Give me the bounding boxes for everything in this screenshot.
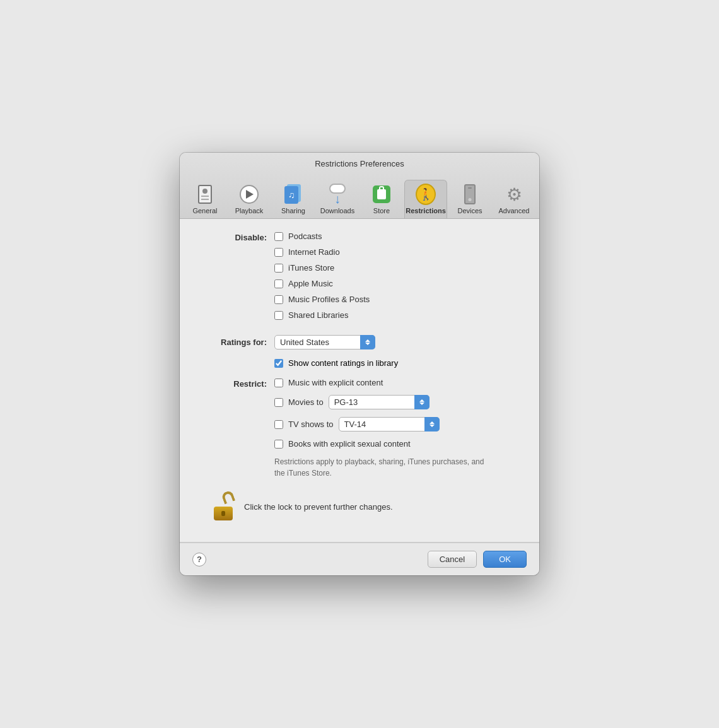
- label-shared-libraries[interactable]: Shared Libraries: [288, 310, 348, 320]
- checkbox-show-ratings[interactable]: [274, 359, 283, 368]
- downloads-icon: ↓: [327, 184, 348, 204]
- toolbar-item-store[interactable]: Store: [360, 180, 403, 218]
- checkbox-row-apple-music: Apple Music: [274, 279, 520, 288]
- restrict-note: Restrictions apply to playback, sharing,…: [274, 456, 489, 479]
- lock-text: Click the lock to prevent further change…: [244, 502, 393, 512]
- playback-icon: [239, 184, 259, 204]
- toolbar: General Playback ♫ Sha: [180, 175, 539, 218]
- toolbar-item-downloads[interactable]: ↓ Downloads: [316, 180, 359, 218]
- checkbox-books[interactable]: [274, 440, 283, 449]
- ratings-label: Ratings for:: [199, 338, 274, 347]
- help-button[interactable]: ?: [192, 553, 206, 567]
- disable-label: Disable:: [199, 232, 274, 242]
- checkbox-row-internet-radio: Internet Radio: [274, 247, 520, 257]
- checkbox-apple-music[interactable]: [274, 279, 283, 288]
- restrict-row-explicit-music: Music with explicit content: [274, 378, 520, 387]
- checkbox-row-music-profiles: Music Profiles & Posts: [274, 295, 520, 304]
- toolbar-label-advanced: Advanced: [499, 207, 530, 214]
- toolbar-label-general: General: [192, 207, 217, 214]
- toolbar-label-sharing: Sharing: [281, 207, 305, 214]
- disable-checkboxes: Podcasts Internet Radio iTunes Store App…: [274, 232, 520, 326]
- tv-rating-select[interactable]: TV-Y TV-Y7 TV-G TV-PG TV-14 TV-MA: [339, 417, 440, 432]
- label-apple-music[interactable]: Apple Music: [288, 279, 333, 288]
- movies-rating-select[interactable]: G PG PG-13 R NC-17: [329, 395, 430, 409]
- toolbar-label-restrictions: Restrictions: [406, 207, 446, 214]
- bottom-bar: ? Cancel OK: [180, 543, 539, 575]
- lock-icon: [211, 493, 237, 520]
- cancel-button[interactable]: Cancel: [428, 551, 477, 568]
- advanced-icon: ⚙: [504, 184, 524, 204]
- restrictions-icon: 🚶: [416, 184, 436, 204]
- restrict-row-tv: TV shows to TV-Y TV-Y7 TV-G TV-PG TV-14 …: [274, 417, 520, 432]
- checkbox-music-profiles[interactable]: [274, 295, 283, 304]
- checkbox-itunes-store[interactable]: [274, 264, 283, 273]
- window-title: Restrictions Preferences: [180, 159, 539, 168]
- toolbar-item-devices[interactable]: Devices: [448, 180, 491, 218]
- toolbar-item-advanced[interactable]: ⚙ Advanced: [493, 180, 535, 218]
- ratings-country-wrapper: United States Canada United Kingdom Aust…: [274, 335, 375, 349]
- ratings-country-select[interactable]: United States Canada United Kingdom Aust…: [274, 335, 375, 349]
- label-internet-radio[interactable]: Internet Radio: [288, 247, 340, 257]
- toolbar-item-sharing[interactable]: ♫ Sharing: [272, 180, 315, 218]
- restrict-row-movies: Movies to G PG PG-13 R NC-17: [274, 395, 520, 409]
- toolbar-label-devices: Devices: [457, 207, 482, 214]
- disable-section: Disable: Podcasts Internet Radio iTunes …: [199, 232, 520, 326]
- restrict-section: Restrict: Music with explicit content Mo…: [199, 378, 520, 479]
- label-itunes-store[interactable]: iTunes Store: [288, 263, 334, 273]
- label-podcasts[interactable]: Podcasts: [288, 232, 322, 241]
- toolbar-label-playback: Playback: [235, 207, 264, 214]
- label-books[interactable]: Books with explicit sexual content: [288, 439, 411, 449]
- general-icon: [195, 184, 215, 204]
- toolbar-item-general[interactable]: General: [184, 180, 226, 218]
- checkbox-shared-libraries[interactable]: [274, 311, 283, 320]
- label-tv-shows[interactable]: TV shows to: [288, 420, 334, 429]
- movies-rating-wrapper: G PG PG-13 R NC-17: [329, 395, 430, 409]
- toolbar-label-store: Store: [373, 207, 390, 214]
- bottom-buttons: Cancel OK: [428, 551, 527, 568]
- label-explicit-music[interactable]: Music with explicit content: [288, 378, 383, 387]
- checkbox-tv-shows[interactable]: [274, 420, 283, 429]
- lock-section[interactable]: Click the lock to prevent further change…: [199, 484, 520, 529]
- checkbox-row-itunes-store: iTunes Store: [274, 263, 520, 273]
- checkbox-row-shared-libraries: Shared Libraries: [274, 310, 520, 320]
- titlebar: Restrictions Preferences General: [180, 153, 539, 219]
- store-icon: [371, 184, 392, 204]
- checkbox-movies[interactable]: [274, 398, 283, 407]
- sharing-icon: ♫: [283, 184, 303, 204]
- ok-button[interactable]: OK: [483, 551, 527, 568]
- tv-rating-wrapper: TV-Y TV-Y7 TV-G TV-PG TV-14 TV-MA: [339, 417, 440, 432]
- ratings-row: Ratings for: United States Canada United…: [199, 335, 520, 349]
- restrict-row-books: Books with explicit sexual content: [274, 439, 520, 449]
- label-music-profiles[interactable]: Music Profiles & Posts: [288, 295, 370, 304]
- label-show-ratings[interactable]: Show content ratings in library: [288, 358, 398, 368]
- preferences-window: Restrictions Preferences General: [180, 153, 539, 575]
- checkbox-row-podcasts: Podcasts: [274, 232, 520, 241]
- main-content: Disable: Podcasts Internet Radio iTunes …: [180, 219, 539, 542]
- toolbar-item-playback[interactable]: Playback: [228, 180, 271, 218]
- devices-icon: [460, 184, 480, 204]
- checkbox-podcasts[interactable]: [274, 232, 283, 241]
- toolbar-item-restrictions[interactable]: 🚶 Restrictions: [404, 180, 447, 218]
- checkbox-internet-radio[interactable]: [274, 248, 283, 257]
- label-movies[interactable]: Movies to: [288, 397, 324, 407]
- checkbox-explicit-music[interactable]: [274, 379, 283, 387]
- toolbar-label-downloads: Downloads: [320, 207, 354, 214]
- show-ratings-row: Show content ratings in library: [274, 358, 520, 368]
- restrict-content: Music with explicit content Movies to G …: [274, 378, 520, 479]
- restrict-label: Restrict:: [199, 378, 274, 389]
